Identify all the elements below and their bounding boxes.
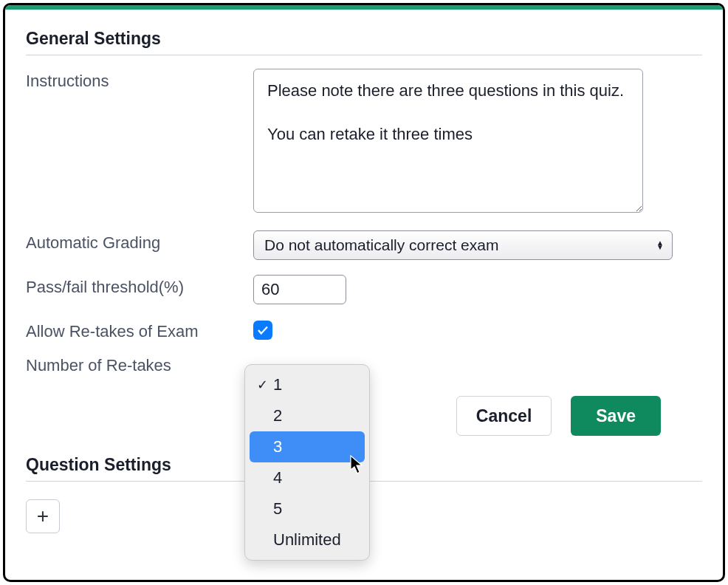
plus-icon: + [37,504,49,528]
retakes-option-unlimited[interactable]: Unlimited [250,524,365,555]
row-allow-retakes: Allow Re-takes of Exam [26,319,702,341]
divider [26,55,702,55]
retakes-option-label: Unlimited [273,530,341,550]
automatic-grading-select-wrap[interactable]: Do not automatically correct exam ▲▼ [253,230,673,260]
label-threshold: Pass/fail threshold(%) [26,275,253,297]
instructions-textarea[interactable] [253,69,643,213]
checkmark-icon [256,324,269,337]
label-instructions: Instructions [26,69,253,91]
check-icon: ✓ [257,377,273,393]
row-instructions: Instructions [26,69,702,216]
automatic-grading-value: Do not automatically correct exam [264,236,498,254]
allow-retakes-checkbox[interactable] [253,321,272,340]
retakes-option-label: 1 [273,375,282,394]
retakes-option-3[interactable]: 3 [250,431,365,462]
add-question-button[interactable]: + [26,499,60,533]
automatic-grading-select[interactable]: Do not automatically correct exam [253,230,673,260]
label-automatic-grading: Automatic Grading [26,230,253,253]
retakes-option-label: 3 [273,437,282,456]
label-allow-retakes: Allow Re-takes of Exam [26,319,253,341]
retakes-option-4[interactable]: 4 [250,462,365,493]
retakes-option-2[interactable]: 2 [250,400,365,431]
retakes-option-label: 5 [273,499,282,519]
retakes-dropdown[interactable]: ✓ 1 2 3 4 5 Unlimited [244,364,370,561]
row-threshold: Pass/fail threshold(%) [26,275,702,304]
general-settings-heading: General Settings [26,29,702,49]
retakes-option-label: 2 [273,406,282,425]
threshold-input[interactable] [253,275,346,304]
settings-panel: General Settings Instructions Automatic … [3,3,725,582]
cancel-button[interactable]: Cancel [456,396,552,436]
retakes-option-1[interactable]: ✓ 1 [250,369,365,400]
retakes-option-label: 4 [273,468,282,488]
label-number-retakes: Number of Re-takes [26,353,253,375]
save-button[interactable]: Save [571,396,661,436]
row-automatic-grading: Automatic Grading Do not automatically c… [26,230,702,260]
retakes-option-5[interactable]: 5 [250,493,365,524]
